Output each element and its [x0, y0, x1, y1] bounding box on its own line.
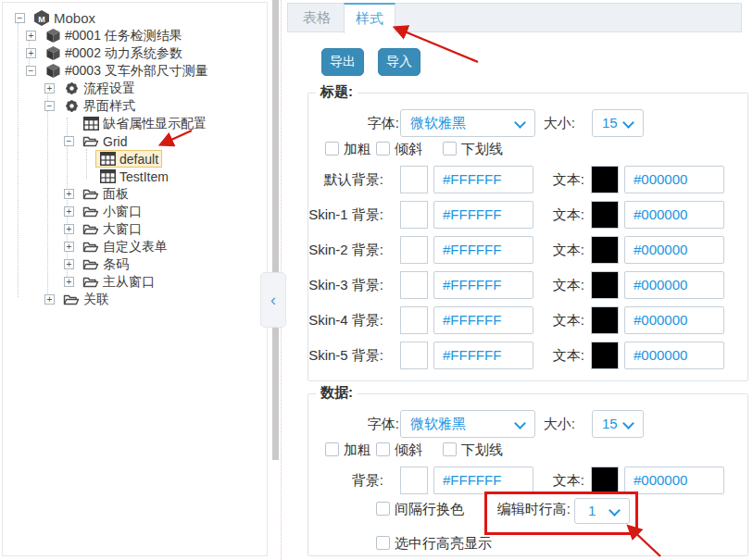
- collapse-panel-button[interactable]: ‹: [260, 272, 286, 328]
- data-font-select[interactable]: 微软雅黑: [400, 410, 535, 438]
- background-color-input[interactable]: #FFFFFF: [433, 306, 533, 334]
- tree-item-ui-style[interactable]: −界面样式: [3, 97, 267, 115]
- title-font-value: 微软雅黑: [410, 110, 466, 136]
- text-color-swatch[interactable]: [591, 467, 619, 494]
- tree-item-default-attr-display[interactable]: 缺省属性显示配置: [3, 115, 267, 132]
- tree-node-content[interactable]: 关联: [59, 291, 113, 309]
- title-font-select[interactable]: 微软雅黑: [400, 109, 535, 137]
- tree-item-relation[interactable]: +关联: [3, 291, 267, 308]
- background-color-swatch[interactable]: [400, 342, 428, 369]
- collapse-minus-icon[interactable]: −: [15, 13, 25, 23]
- tree-item-panel[interactable]: +面板: [3, 185, 267, 203]
- title-underline-checkbox[interactable]: [443, 142, 457, 156]
- tab-table[interactable]: 表格: [290, 4, 344, 31]
- panel-splitter[interactable]: [272, 0, 279, 460]
- background-color-swatch[interactable]: [400, 306, 428, 334]
- tab-style[interactable]: 样式: [344, 3, 395, 33]
- background-color-input[interactable]: #FFFFFF: [433, 201, 533, 229]
- import-button[interactable]: 导入: [378, 48, 420, 76]
- tree-item-mobox[interactable]: −MMobox: [3, 9, 267, 27]
- background-color-input[interactable]: #FFFFFF: [433, 236, 533, 264]
- tree-node-content[interactable]: #0003 叉车外部尺寸测量: [41, 62, 212, 81]
- tree-node-content[interactable]: 主从窗口: [79, 273, 158, 292]
- background-color-input[interactable]: #FFFFFF: [433, 271, 533, 299]
- tree-item-0001[interactable]: +#0001 任务检测结果: [3, 27, 267, 44]
- collapse-minus-icon[interactable]: −: [44, 101, 55, 111]
- tree-item-custom-form[interactable]: +自定义表单: [3, 238, 267, 255]
- text-color-input[interactable]: #000000: [624, 271, 724, 299]
- text-color-input[interactable]: #000000: [624, 236, 724, 264]
- tree-node-content[interactable]: 缺省属性显示配置: [79, 115, 210, 133]
- tree-item-small-window[interactable]: +小窗口: [3, 203, 267, 220]
- expand-plus-icon[interactable]: +: [64, 224, 74, 234]
- tree-item-testitem[interactable]: TestItem: [3, 168, 267, 185]
- text-color-input[interactable]: #000000: [624, 467, 724, 494]
- tree-item-large-window[interactable]: +大窗口: [3, 220, 267, 238]
- tree-node-content[interactable]: 流程设置: [59, 80, 139, 98]
- data-underline-checkbox[interactable]: [443, 442, 457, 456]
- highlight-selected-row-checkbox[interactable]: [376, 536, 390, 550]
- tree-node-content[interactable]: 界面样式: [59, 97, 139, 116]
- expand-plus-icon[interactable]: +: [64, 277, 74, 287]
- text-color-swatch[interactable]: [591, 201, 619, 229]
- text-color-input[interactable]: #000000: [624, 201, 724, 229]
- text-color-swatch[interactable]: [591, 342, 619, 369]
- tree-item-process-settings[interactable]: +流程设置: [3, 80, 267, 97]
- tree-node-content[interactable]: 小窗口: [79, 203, 145, 221]
- title-italic-checkbox[interactable]: [376, 142, 390, 156]
- tree-node-content[interactable]: #0002 动力系统参数: [41, 44, 186, 63]
- tree-item-label: #0001 任务检测结果: [65, 28, 182, 44]
- tree-node-content[interactable]: TestItem: [95, 168, 172, 185]
- background-color-input[interactable]: #FFFFFF: [433, 467, 533, 494]
- export-button[interactable]: 导出: [321, 48, 364, 76]
- title-bold-checkbox[interactable]: [325, 142, 339, 156]
- background-color-swatch[interactable]: [400, 467, 428, 494]
- color-row-4: Skin-4 背景:#FFFFFF文本:#000000: [308, 306, 747, 334]
- tree-item-label: 面板: [103, 186, 129, 203]
- data-size-select[interactable]: 15: [592, 410, 644, 438]
- text-color-swatch[interactable]: [591, 271, 619, 299]
- expand-plus-icon[interactable]: +: [44, 83, 55, 93]
- background-color-swatch[interactable]: [400, 166, 428, 193]
- text-color-swatch[interactable]: [591, 236, 619, 264]
- background-color-swatch[interactable]: [400, 236, 428, 264]
- background-color-swatch[interactable]: [400, 201, 428, 229]
- text-color-input[interactable]: #000000: [624, 306, 724, 334]
- tree-item-master-detail-window[interactable]: +主从窗口: [3, 273, 267, 291]
- text-color-swatch[interactable]: [591, 166, 619, 193]
- tree-item-grid-folder[interactable]: −Grid: [3, 132, 267, 150]
- tree-item-barcode[interactable]: +条码: [3, 255, 267, 273]
- tree-node-content[interactable]: 面板: [79, 185, 132, 204]
- expand-plus-icon[interactable]: +: [26, 31, 36, 41]
- text-color-input[interactable]: #000000: [624, 166, 724, 193]
- background-color-swatch[interactable]: [400, 271, 428, 299]
- tree-node-content[interactable]: 大窗口: [79, 220, 145, 239]
- background-color-input[interactable]: #FFFFFF: [433, 166, 533, 193]
- tree-node-content[interactable]: default: [95, 150, 162, 168]
- alternate-row-color-checkbox[interactable]: [376, 502, 390, 516]
- expand-plus-icon[interactable]: +: [64, 242, 74, 252]
- tree-node-content[interactable]: MMobox: [30, 9, 99, 27]
- title-size-select[interactable]: 15: [592, 109, 644, 137]
- tree-item-0002[interactable]: +#0002 动力系统参数: [3, 44, 267, 62]
- tree-item-default[interactable]: default: [3, 150, 267, 168]
- tree-node-content[interactable]: #0001 任务检测结果: [41, 27, 186, 45]
- data-italic-checkbox[interactable]: [376, 442, 390, 456]
- expand-plus-icon[interactable]: +: [26, 48, 36, 58]
- tree-node-content[interactable]: 条码: [79, 255, 132, 274]
- text-color-input[interactable]: #000000: [624, 342, 724, 369]
- text-color-swatch[interactable]: [591, 306, 619, 334]
- collapse-minus-icon[interactable]: −: [64, 136, 74, 146]
- tree-item-label: #0002 动力系统参数: [65, 45, 182, 62]
- data-bold-checkbox[interactable]: [325, 442, 339, 456]
- collapse-minus-icon[interactable]: −: [26, 66, 36, 76]
- gear-icon: [63, 98, 80, 114]
- expand-plus-icon[interactable]: +: [64, 259, 74, 269]
- background-color-input[interactable]: #FFFFFF: [433, 342, 533, 369]
- tree-item-0003[interactable]: −#0003 叉车外部尺寸测量: [3, 62, 267, 80]
- tree-node-content[interactable]: 自定义表单: [79, 238, 171, 256]
- tree-node-content[interactable]: Grid: [79, 132, 131, 150]
- expand-plus-icon[interactable]: +: [64, 189, 74, 199]
- expand-plus-icon[interactable]: +: [44, 294, 55, 305]
- expand-plus-icon[interactable]: +: [64, 206, 74, 217]
